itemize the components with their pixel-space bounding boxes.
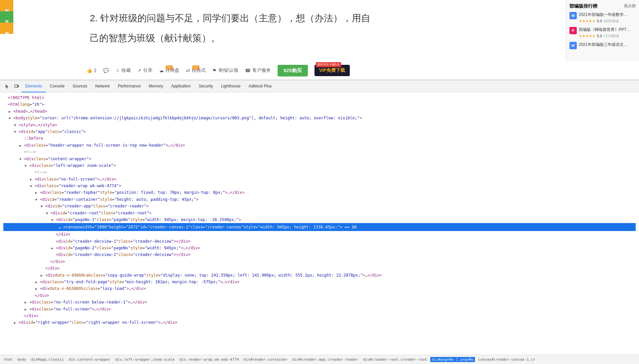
right-panel-title-text: 部编版排行榜 [569, 3, 597, 9]
tree-comment1[interactable]: <!——> [3, 149, 636, 155]
status-body[interactable]: body [16, 357, 28, 362]
share-icon: ↗ [137, 68, 141, 73]
sidebar-buttons: 复制 下载 复制 [0, 0, 13, 34]
status-bar: html body div#app.classic div.content-wr… [0, 355, 639, 364]
toolbar: 👍 2 💬 ☆ 收藏 ↗ 分享 VIP ☁ 存网盘 VIP ⇄ 转格式 ⚑ 举报… [0, 61, 639, 80]
status-pageno1[interactable]: div#pageNo-1.pageNo [430, 357, 475, 362]
save-disk-icon: ☁ [159, 68, 164, 73]
resource-title-1: 2021年部编版一年级数学… [579, 12, 628, 18]
tree-no-full-screen1[interactable]: ▶ <div class="no-full-screen">…</div> [3, 176, 636, 182]
tree-right-wrapper[interactable]: ▶ <div id="right-wrapper" class="right-w… [3, 319, 636, 326]
sidebar-btn-copy1[interactable]: 复制 [0, 0, 13, 11]
collapse-arrow[interactable] [3, 95, 8, 101]
toolbar-share[interactable]: ↗ 分享 [137, 67, 152, 73]
right-panel-header: 部编版排行榜 高分榜 [569, 3, 636, 9]
tab-elements[interactable]: Elements [21, 80, 46, 92]
tree-style[interactable]: ▼ <style>…</style> [3, 122, 636, 128]
tree-doctype[interactable]: <!DOCTYPE html> [3, 94, 636, 101]
status-left-wrapper[interactable]: div.left-wrapper.zoom-scale [114, 357, 176, 362]
toolbar-collect[interactable]: ☆ 收藏 [115, 67, 131, 73]
tree-close-creader-app[interactable]: </div> [3, 265, 636, 272]
tree-left-wrapper[interactable]: ▼ <div class="left-wrapper zoom-scale"> [3, 162, 636, 169]
tree-content-wrapper[interactable]: ▼ <div class="content-wrapper"> [3, 156, 636, 162]
status-canvas[interactable]: canvas#creader-canvas-1.cr [477, 357, 537, 362]
share-label: 分享 [143, 67, 152, 73]
tree-pageno1[interactable]: ▼ <div id="pageNo-1" class="pageNo" styl… [3, 216, 636, 223]
collapse-head[interactable]: ▶ [9, 109, 13, 114]
tree-body[interactable]: ▼ <body style="cursor: url("chrome-exten… [3, 115, 636, 121]
tab-security[interactable]: Security [195, 80, 217, 92]
tree-reader-topbar[interactable]: ▶ <div class="reader-topbar" style="posi… [3, 189, 636, 196]
tree-decview1[interactable]: <div id="creader-decview-1" class="cread… [3, 238, 636, 245]
buy-button[interactable]: ¥25购买 [278, 65, 308, 76]
status-reader-container[interactable]: div#reader-container [242, 357, 289, 362]
tree-creader-root[interactable]: ▼ <div id="creader-root" class="creader-… [3, 210, 636, 216]
resource-item-1[interactable]: W 2021年部编版一年级数学… ★★★★★ 5.0 4285阅读 [569, 12, 636, 24]
tree-decview2[interactable]: <div id="creader-decview-2" class="cread… [3, 251, 636, 258]
vip-tag-2: VIP [192, 65, 199, 69]
resource-item-3[interactable]: W 2021年部编版三年级语文… [569, 42, 636, 49]
collect-icon: ☆ [115, 68, 120, 73]
resource-rating-1: 5.0 [597, 19, 602, 23]
tree-pageno2[interactable]: ▶ <div id="pageNo-2" class="pageNo" styl… [3, 245, 636, 251]
tree-canvas-selected[interactable]: … <canvas width="1890" height="2672" id=… [3, 223, 636, 231]
toolbar-save-disk[interactable]: VIP ☁ 存网盘 [159, 67, 179, 73]
vip-badge-text: 限时买年卡赠1年 [316, 62, 341, 67]
tab-application[interactable]: Application [167, 80, 195, 92]
tag-doctype: <!DOCTYPE html> [8, 94, 44, 101]
tree-before[interactable]: ::before [3, 135, 636, 142]
vip-btn-wrap: 限时买年卡赠1年 VIP免费下载 [315, 65, 350, 76]
tab-network[interactable]: Network [91, 80, 114, 92]
tab-performance[interactable]: Performance [114, 80, 145, 92]
toolbar-like[interactable]: 👍 2 [87, 68, 97, 73]
tree-copy-guide[interactable]: ▶ <div data-v-696b0cab class="copy-guide… [3, 272, 636, 279]
toolbar-report[interactable]: ⚑ 举报/认领 [212, 67, 238, 73]
comment-icon: 💬 [103, 68, 109, 73]
tree-creader-app[interactable]: ▼ <div id="creader-app" class="creader-r… [3, 203, 636, 209]
status-html[interactable]: html [3, 357, 14, 362]
status-reader-wrap[interactable]: div.reader-wrap.wk-web-4774 [178, 357, 240, 362]
tree-head[interactable]: ▶ <head>…</head> [3, 108, 636, 115]
tree-no-full-screen-below[interactable]: ▶ <div class="no-full-screen below-reade… [3, 299, 636, 305]
tree-no-full-screen2[interactable]: ▶ <div class="no-full-screen">…</div> [3, 306, 636, 312]
sidebar-btn-copy2[interactable]: 复制 [0, 23, 13, 34]
cursor-icon[interactable] [3, 82, 12, 91]
tree-html[interactable]: <html lang="zh"> [3, 101, 636, 108]
status-app[interactable]: div#app.classic [30, 357, 65, 362]
toolbar-comment[interactable]: 💬 [103, 68, 109, 73]
tree-reader-wrap[interactable]: ▼ <div class="reader-wrap wk-web-4774"> [3, 182, 636, 189]
status-creader-app[interactable]: div#creader-app.creader-reader [291, 357, 360, 362]
tree-comment2[interactable]: <!——> [3, 169, 636, 176]
resource-stars-2: ★★★★★ [579, 34, 595, 38]
device-icon[interactable] [12, 82, 21, 91]
tab-sources[interactable]: Sources [69, 80, 91, 92]
tree-close-pageno1[interactable]: </div> [3, 231, 636, 238]
tree-reader-container[interactable]: ▼ <div id="reader-container" style="heig… [3, 196, 636, 203]
tree-div-app[interactable]: ▼ <div id="app" class="classic"> [3, 128, 636, 135]
toolbar-convert[interactable]: VIP ⇄ 转格式 [186, 67, 206, 73]
status-content-wrapper[interactable]: div.content-wrapper [67, 357, 112, 362]
tab-adblock[interactable]: Adblock Plus [245, 80, 276, 92]
tree-try-end[interactable]: ▶ <div class="try-end-fold-page" style="… [3, 279, 636, 285]
resource-icon-3: W [569, 42, 577, 49]
toolbar-customer[interactable]: ☎ 客户服务 [245, 67, 271, 73]
tree-close-content-wrapper[interactable]: </div> [3, 312, 636, 319]
tab-memory[interactable]: Memory [145, 80, 167, 92]
tree-lazy-load[interactable]: ▶ <div data-v-6638695c class="lazy-load"… [3, 285, 636, 292]
customer-label: 客户服务 [252, 67, 271, 73]
collapse-body[interactable]: ▼ [9, 115, 13, 121]
tree-close-reader-wrap[interactable]: </div> [3, 292, 636, 299]
tree-header-wrapper[interactable]: ▶ <div class="header-wrapper no-full-scr… [3, 142, 636, 149]
resource-icon-2: P [569, 27, 577, 34]
status-creader-root[interactable]: div#creader-root.creader-root [362, 357, 428, 362]
tree-close-creader-root[interactable]: </div> [3, 258, 636, 265]
resource-icon-1: W [569, 12, 577, 19]
sidebar-btn-download[interactable]: 下载 [0, 11, 13, 23]
collapse-arrow-html[interactable] [3, 102, 8, 107]
resource-info-3: 2021年部编版三年级语文… [579, 42, 628, 48]
resource-item-2[interactable]: P 部编版《网络新世界》PPT… ★★★★★ 5.0 1374阅读 [569, 27, 636, 39]
page-content: 复制 下载 复制 2. 针对班级的问题与不足，同学们要出（主意），想（办法），用… [0, 0, 639, 61]
tab-console[interactable]: Console [46, 80, 69, 92]
tab-lighthouse[interactable]: Lighthouse [217, 80, 245, 92]
customer-icon: ☎ [245, 68, 251, 73]
